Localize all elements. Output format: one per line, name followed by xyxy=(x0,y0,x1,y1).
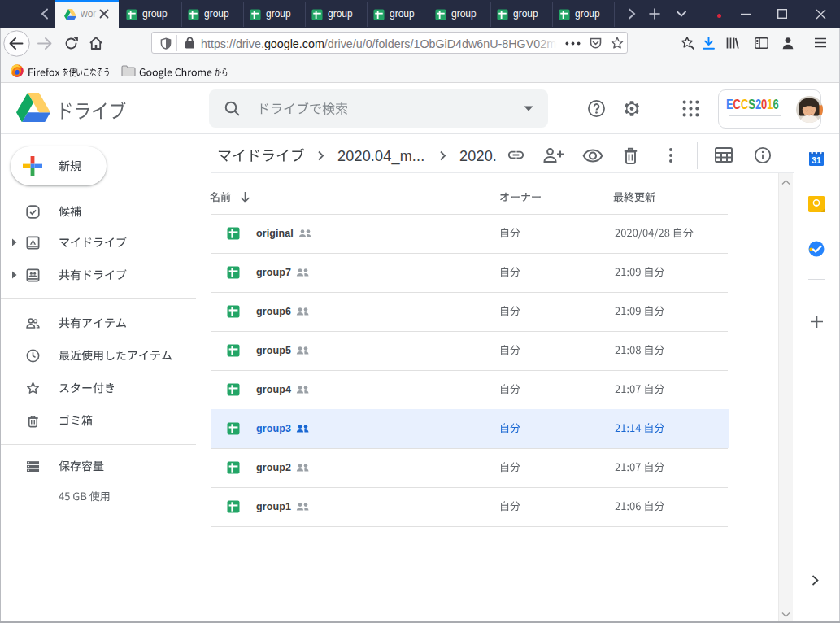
svg-text:31: 31 xyxy=(812,155,821,165)
